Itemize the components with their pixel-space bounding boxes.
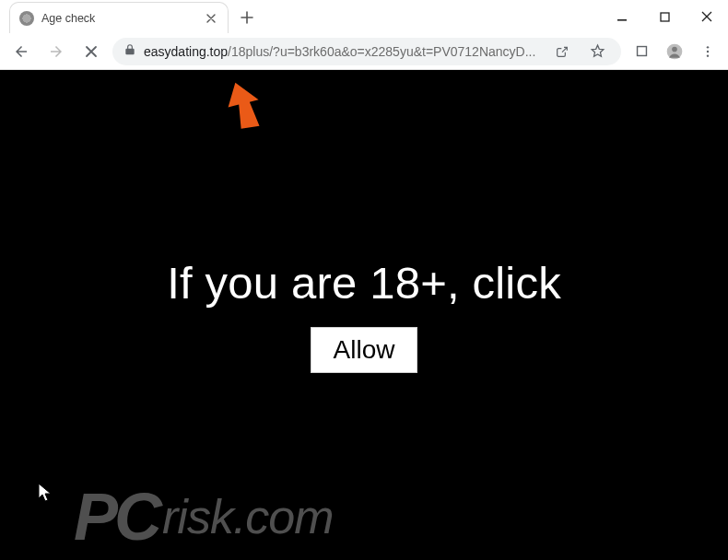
maximize-button[interactable] — [643, 0, 686, 33]
close-window-button[interactable] — [686, 0, 728, 33]
svg-rect-2 — [637, 47, 646, 56]
extensions-icon[interactable] — [628, 39, 654, 64]
page-content: If you are 18+, click Allow PC risk.com — [0, 70, 728, 560]
close-tab-icon[interactable] — [204, 11, 218, 26]
titlebar: Age check — [0, 0, 728, 33]
address-bar[interactable]: easydating.top/18plus/?u=b3rk60a&o=x2285… — [112, 38, 621, 65]
window-controls — [601, 0, 728, 33]
forward-button[interactable] — [42, 38, 70, 65]
allow-button[interactable]: Allow — [311, 327, 418, 373]
svg-point-4 — [672, 46, 677, 52]
age-headline: If you are 18+, click — [167, 257, 561, 309]
bookmark-star-icon[interactable] — [584, 39, 610, 64]
browser-window: Age check — [0, 0, 728, 560]
tab-title: Age check — [41, 12, 196, 25]
url-host: easydating.top — [144, 44, 228, 59]
new-tab-button[interactable] — [234, 5, 260, 30]
watermark-risk: risk.com — [162, 489, 334, 544]
watermark: PC risk.com — [74, 479, 334, 554]
kebab-menu-icon[interactable] — [695, 39, 721, 64]
share-icon[interactable] — [549, 39, 575, 64]
profile-avatar-icon[interactable] — [662, 39, 687, 64]
omnibox-actions — [549, 39, 610, 64]
svg-rect-0 — [617, 19, 627, 21]
url-path: /18plus/?u=b3rk60a&o=x2285yu&t=PV0712Nan… — [228, 44, 535, 59]
svg-point-7 — [707, 54, 709, 56]
minimize-button[interactable] — [601, 0, 643, 33]
svg-rect-1 — [661, 13, 669, 21]
tab-active[interactable]: Age check — [9, 2, 229, 33]
back-button[interactable] — [7, 38, 35, 65]
svg-point-6 — [707, 50, 709, 52]
tab-favicon — [19, 11, 34, 26]
lock-icon — [123, 43, 136, 60]
url-text: easydating.top/18plus/?u=b3rk60a&o=x2285… — [144, 44, 542, 59]
svg-point-5 — [707, 46, 709, 48]
mouse-cursor-icon — [38, 483, 53, 503]
watermark-pc: PC — [74, 480, 159, 554]
toolbar: easydating.top/18plus/?u=b3rk60a&o=x2285… — [0, 33, 728, 70]
stop-reload-button[interactable] — [77, 38, 105, 65]
